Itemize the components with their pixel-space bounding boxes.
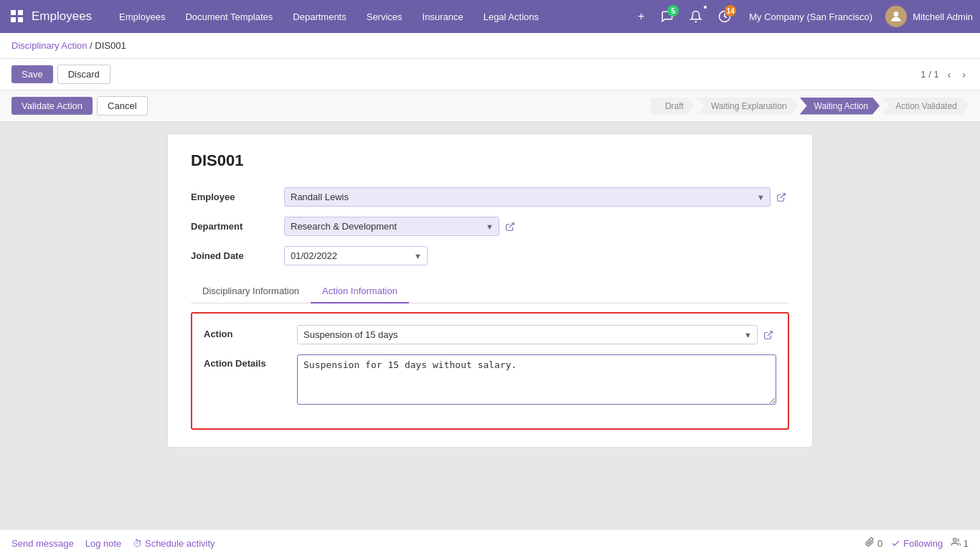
employee-label: Employee xyxy=(191,192,284,202)
svg-rect-0 xyxy=(11,10,16,15)
department-row: Department Research & Development ▼ xyxy=(191,217,789,236)
employee-row: Employee Randall Lewis ▼ xyxy=(191,187,789,207)
joined-date-select[interactable]: 01/02/2022 xyxy=(284,246,428,265)
pagination-next[interactable]: › xyxy=(959,67,969,82)
app-grid-icon[interactable] xyxy=(7,6,27,27)
validate-action-button[interactable]: Validate Action xyxy=(11,97,93,115)
tab-disciplinary-information[interactable]: Disciplinary Information xyxy=(191,280,311,303)
employee-select-wrapper: Randall Lewis ▼ xyxy=(284,187,789,207)
tabs-row: Disciplinary Information Action Informat… xyxy=(191,280,789,303)
breadcrumb-separator: / xyxy=(88,40,95,51)
following-button[interactable]: Following xyxy=(891,538,943,549)
action-select[interactable]: Suspension of 15 days xyxy=(297,325,758,344)
messages-badge: 5 xyxy=(667,5,679,17)
joined-date-label: Joined Date xyxy=(191,250,284,261)
status-step-draft[interactable]: Draft xyxy=(651,98,695,115)
nav-departments[interactable]: Departments xyxy=(283,0,356,33)
svg-line-7 xyxy=(509,222,514,227)
status-step-waiting-action[interactable]: Waiting Action xyxy=(800,98,880,115)
employee-field: Randall Lewis ▼ xyxy=(284,187,789,207)
schedule-icon: ⏱ xyxy=(133,538,142,549)
nav-legal-actions[interactable]: Legal Actions xyxy=(473,0,549,33)
action-details-row: Action Details Suspension for 15 days wi… xyxy=(204,354,776,407)
joined-date-field: 01/02/2022 ▼ xyxy=(284,246,789,265)
action-details-label: Action Details xyxy=(204,354,297,369)
breadcrumb-parent[interactable]: Disciplinary Action xyxy=(11,40,88,51)
send-message-button[interactable]: Send message xyxy=(11,538,74,549)
action-details-field: Suspension for 15 days without salary. xyxy=(297,354,776,407)
action-field: Suspension of 15 days ▼ xyxy=(297,325,776,344)
messages-icon-btn[interactable]: 5 xyxy=(656,5,679,28)
nav-document-templates[interactable]: Document Templates xyxy=(175,0,283,33)
pagination-text: 1 / 1 xyxy=(920,69,938,80)
activity-badge: 14 xyxy=(725,5,736,17)
employee-external-link-icon[interactable] xyxy=(773,189,789,205)
tab-action-information[interactable]: Action Information xyxy=(311,280,409,303)
top-nav-menu: Employees Document Templates Departments… xyxy=(109,0,632,33)
action-details-textarea[interactable]: Suspension for 15 days without salary. xyxy=(297,354,776,405)
notifications-icon-btn[interactable] xyxy=(684,5,707,28)
app-title: Employees xyxy=(32,9,92,24)
department-label: Department xyxy=(191,221,284,232)
status-step-waiting-explanation[interactable]: Waiting Explanation xyxy=(697,98,798,115)
form-toolbar: Save Discard 1 / 1 ‹ › xyxy=(0,59,980,90)
nav-services[interactable]: Services xyxy=(357,0,413,33)
department-select-wrapper: Research & Development ▼ xyxy=(284,217,789,236)
joined-date-row: Joined Date 01/02/2022 ▼ xyxy=(191,246,789,265)
company-selector[interactable]: My Company (San Francisco) xyxy=(742,11,880,22)
discard-button[interactable]: Discard xyxy=(57,65,110,84)
user-avatar[interactable] xyxy=(885,6,907,27)
svg-point-9 xyxy=(953,539,956,542)
paperclip-count: 0 xyxy=(865,537,882,549)
save-button[interactable]: Save xyxy=(11,65,53,83)
department-select[interactable]: Research & Development xyxy=(284,217,499,236)
svg-rect-2 xyxy=(11,17,16,22)
schedule-activity-button[interactable]: ⏱ Schedule activity xyxy=(133,538,215,549)
status-steps: Draft Waiting Explanation Waiting Action… xyxy=(651,98,969,115)
nav-insurance[interactable]: Insurance xyxy=(413,0,473,33)
action-field-label: Action xyxy=(204,325,297,339)
action-row: Action Suspension of 15 days ▼ xyxy=(204,325,776,344)
add-menu-button[interactable]: + xyxy=(632,0,650,33)
followers-count: 1 xyxy=(951,537,969,549)
pagination-prev[interactable]: ‹ xyxy=(945,67,954,82)
action-select-wrapper: Suspension of 15 days ▼ xyxy=(297,325,776,344)
svg-rect-1 xyxy=(18,10,23,15)
status-step-action-validated[interactable]: Action Validated xyxy=(881,98,969,115)
log-note-button[interactable]: Log note xyxy=(85,538,122,549)
activity-icon-btn[interactable]: 14 xyxy=(713,5,736,28)
chatter-bar: Send message Log note ⏱ Schedule activit… xyxy=(0,529,980,551)
svg-line-6 xyxy=(781,193,785,197)
svg-line-8 xyxy=(768,331,772,335)
username-label[interactable]: Mitchell Admin xyxy=(913,11,973,22)
nav-employees[interactable]: Employees xyxy=(109,0,175,33)
pagination: 1 / 1 ‹ › xyxy=(920,67,969,82)
breadcrumb: Disciplinary Action / DIS001 xyxy=(0,33,980,59)
employee-select[interactable]: Randall Lewis xyxy=(284,187,771,207)
main-area: DIS001 Employee Randall Lewis ▼ xyxy=(0,122,980,529)
chatter-right: 0 Following 1 xyxy=(865,537,969,549)
department-external-link-icon[interactable] xyxy=(502,219,518,235)
document-id: DIS001 xyxy=(191,151,789,170)
status-bar: Validate Action Cancel Draft Waiting Exp… xyxy=(0,90,980,122)
top-navigation: Employees Employees Document Templates D… xyxy=(0,0,980,33)
notification-dot xyxy=(703,5,707,9)
form-card: DIS001 Employee Randall Lewis ▼ xyxy=(167,133,813,448)
topnav-right: + 5 14 My Company (San Francisco) Mitche… xyxy=(632,0,973,33)
action-section: Action Suspension of 15 days ▼ xyxy=(191,312,789,430)
cancel-action-button[interactable]: Cancel xyxy=(97,96,147,116)
department-field: Research & Development ▼ xyxy=(284,217,789,236)
action-external-link-icon[interactable] xyxy=(760,327,776,343)
breadcrumb-current: DIS001 xyxy=(95,40,126,51)
svg-rect-3 xyxy=(18,17,23,22)
svg-point-5 xyxy=(894,11,899,17)
